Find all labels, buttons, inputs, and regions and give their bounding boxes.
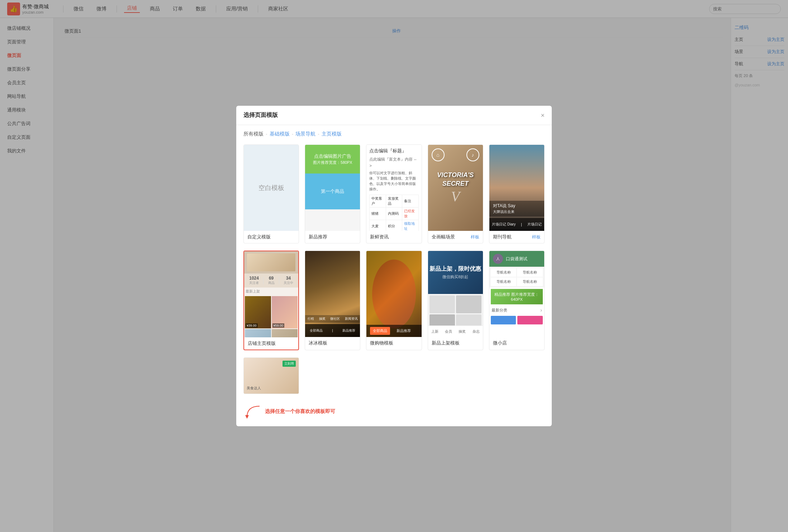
nl-nav-new: 上新 bbox=[431, 329, 438, 334]
ms-person-shape bbox=[372, 260, 416, 328]
newproduct-content: 点击编辑图片广告图片推荐宽度：580PX 第一个商品 bbox=[305, 145, 360, 231]
mshop-nav-grid: 导航名称 导航名称 导航名称 导航名称 bbox=[489, 267, 544, 288]
template-preview-blank: 空白模板 bbox=[244, 145, 299, 231]
ms-tab-all: 全部商品 bbox=[370, 327, 390, 335]
np-product: 第一个商品 bbox=[305, 174, 360, 209]
store-product-1-bg: ¥39.00 bbox=[245, 296, 271, 328]
mshop-cat-blue-1 bbox=[491, 316, 516, 324]
nl-product-1 bbox=[429, 295, 455, 313]
tab-all[interactable]: 所有模版 bbox=[243, 131, 264, 137]
template-card-microshopping[interactable]: 全部商品 新品推荐 微购物模板 bbox=[366, 251, 422, 350]
store-preview-content: 1024 关注者 69 商品 34 bbox=[244, 251, 298, 337]
template-name-microshopping: 微购物模板 bbox=[370, 340, 393, 346]
store-stat-divider2 bbox=[279, 277, 279, 284]
bingbing-preview-content: 行程 抽奖 微社区 新闻资讯 全部商品 | 新品推荐 bbox=[305, 251, 360, 337]
store-product-4-bg bbox=[272, 329, 298, 337]
mshop-category-arrow: › bbox=[540, 307, 542, 313]
mshop-banner-text: 精品推荐 图片推荐宽度：640PX bbox=[494, 292, 539, 301]
template-label-newproduct: 新品推荐 bbox=[305, 231, 360, 243]
mshop-name: 口袋通测试 bbox=[506, 256, 527, 262]
template-card-partial-1[interactable]: 立刻用 美食达人 bbox=[243, 357, 299, 394]
tab-sep-3: - bbox=[318, 131, 319, 137]
template-preview-store-main: 1024 关注者 69 商品 34 bbox=[244, 251, 298, 337]
tab-basic[interactable]: 基础模版 bbox=[270, 131, 290, 137]
template-preview-newlaunch: 新品上架，限时优惠 微信购买8折起 立即购买 bbox=[428, 251, 483, 337]
magazine-sample-badge[interactable]: 样板 bbox=[532, 234, 541, 240]
template-card-victoria[interactable]: ⌂ ♪ VICTORIA'SSECRET V 全画幅场景 样板 bbox=[428, 144, 483, 243]
mag-bottom-bar: 片场日记 Diary | 片场日记 bbox=[489, 218, 544, 231]
news-td-1-1: 猪猪 bbox=[370, 208, 386, 220]
template-card-store-main[interactable]: 1024 关注者 69 商品 34 bbox=[243, 251, 299, 350]
bottom-annotation-text: 选择任意一个你喜欢的模板即可 bbox=[265, 408, 335, 415]
modal-body: 所有模版 - 基础模版 - 场景导航 - 主页模版 空白模板 bbox=[236, 125, 552, 426]
news-th-1: 中奖客户 bbox=[370, 195, 386, 208]
tab-home[interactable]: 主页模版 bbox=[322, 131, 342, 137]
partial-preview-1: 立刻用 美食达人 bbox=[244, 358, 299, 394]
store-stat-products: 69 商品 bbox=[268, 276, 275, 285]
bb-tab-3: 微社区 bbox=[330, 317, 340, 321]
template-grid-row2: 1024 关注者 69 商品 34 bbox=[243, 251, 545, 350]
store-following-label: 关注中 bbox=[284, 281, 293, 285]
bb-nav: 全部商品 | 新品推荐 bbox=[305, 324, 360, 337]
newlaunch-preview-content: 新品上架，限时优惠 微信购买8折起 立即购买 bbox=[428, 251, 483, 337]
bottom-annotation-wrapper: 选择任意一个你喜欢的模板即可 bbox=[243, 400, 422, 421]
vs-brand-wrapper: VICTORIA'SSECRET V bbox=[437, 171, 474, 205]
mag-nav-sep: | bbox=[521, 223, 522, 227]
np-rest bbox=[305, 209, 360, 231]
store-cover-gradient bbox=[247, 253, 295, 271]
template-label-news: 新鲜资讯 bbox=[366, 231, 421, 243]
mshop-header: 人 口袋通测试 bbox=[489, 251, 544, 267]
template-card-bingbing[interactable]: 行程 抽奖 微社区 新闻资讯 全部商品 | 新品推荐 bbox=[305, 251, 360, 350]
template-card-newproduct[interactable]: 点击编辑图片广告图片推荐宽度：580PX 第一个商品 新品推荐 bbox=[305, 144, 360, 243]
template-name-magazine: 期刊导航 bbox=[493, 234, 512, 240]
template-card-news[interactable]: 点击编辑『标题』 点此编辑『富文本』内容 --> 你可以对文字进行加粗、斜体、下… bbox=[366, 144, 422, 243]
template-preview-bingbing: 行程 抽奖 微社区 新闻资讯 全部商品 | 新品推荐 bbox=[305, 251, 360, 337]
news-desc: 你可以对文字进行加粗、斜体、下划线、删除线、文字颜色、以及字号大小等简单排版操作… bbox=[369, 170, 418, 192]
mshop-avatar: 人 bbox=[493, 254, 503, 264]
template-label-microshopping: 微购物模板 bbox=[366, 337, 421, 349]
modal-close-button[interactable]: × bbox=[541, 112, 545, 119]
store-following-count: 34 bbox=[284, 276, 293, 281]
vs-circle-home: ⌂ bbox=[432, 148, 445, 161]
nl-title: 新品上架，限时优惠 bbox=[429, 265, 481, 273]
nl-nav-member: 会员 bbox=[445, 329, 452, 334]
blank-preview-text: 空白模板 bbox=[258, 184, 284, 192]
mag-preview-content: 对TA说 Say大牌说出去来 片场日记 Diary | 片场日记 bbox=[489, 145, 544, 231]
template-card-newlaunch[interactable]: 新品上架，限时优惠 微信购买8折起 立即购买 bbox=[428, 251, 483, 350]
news-table-header: 中奖客户 发放奖品 备注 bbox=[370, 195, 418, 208]
np-banner-text: 点击编辑图片广告图片推荐宽度：580PX bbox=[313, 153, 352, 165]
modal-overlay: 选择页面模版 可以通过切换标签，选择你需要的模板哦 × 所有模版 - 基础模版 … bbox=[0, 0, 788, 532]
nl-subtitle: 微信购买8折起 bbox=[442, 274, 468, 280]
template-preview-magazine: 对TA说 Say大牌说出去来 片场日记 Diary | 片场日记 bbox=[489, 145, 544, 231]
template-name-microshop: 微小店 bbox=[493, 340, 507, 346]
template-preview-newproduct: 点击编辑图片广告图片推荐宽度：580PX 第一个商品 bbox=[305, 145, 360, 231]
bb-nav-sep: | bbox=[332, 329, 333, 332]
store-price-1: ¥39.00 bbox=[246, 323, 258, 328]
template-card-microshop[interactable]: 人 口袋通测试 导航名称 导航名称 导航名称 导航名称 精品推荐 图片推荐宽度：… bbox=[489, 251, 545, 350]
store-product-4 bbox=[272, 329, 298, 337]
store-product-3 bbox=[245, 329, 271, 337]
tab-scene[interactable]: 场景导航 bbox=[295, 131, 315, 137]
vs-preview-content: ⌂ ♪ VICTORIA'SSECRET V bbox=[428, 145, 483, 231]
template-name-newlaunch: 新品上架模板 bbox=[432, 340, 460, 346]
store-price-2: ¥59.00 bbox=[272, 323, 285, 328]
store-stat-following: 34 关注中 bbox=[284, 276, 293, 285]
blank-preview-content: 空白模板 bbox=[244, 145, 299, 231]
partial-1-label: 美食达人 bbox=[247, 386, 261, 391]
template-grid-row1: 空白模板 自定义模版 点击编辑图片广告图片推荐宽度：580PX bbox=[243, 144, 545, 243]
store-product-2: ¥59.00 bbox=[272, 296, 298, 328]
modal-header: 选择页面模版 可以通过切换标签，选择你需要的模板哦 × bbox=[236, 106, 552, 125]
victoria-sample-badge[interactable]: 样板 bbox=[471, 234, 479, 240]
template-card-blank[interactable]: 空白模板 自定义模版 bbox=[243, 144, 299, 243]
news-table-row-2: 大麦 积分 领取地址 bbox=[370, 220, 418, 231]
mshop-nav-btn-2: 导航名称 bbox=[517, 268, 543, 277]
store-new-label: 最新上架 bbox=[244, 288, 298, 295]
store-cover-img bbox=[244, 251, 298, 274]
tab-sep-2: - bbox=[292, 131, 294, 137]
news-th-3: 备注 bbox=[402, 195, 418, 208]
template-name-bingbing: 冰冰模板 bbox=[309, 340, 327, 346]
tab-filters: 所有模版 - 基础模版 - 场景导航 - 主页模版 bbox=[243, 131, 545, 137]
template-preview-microshop: 人 口袋通测试 导航名称 导航名称 导航名称 导航名称 精品推荐 图片推荐宽度：… bbox=[489, 251, 544, 337]
store-followers-count: 1024 bbox=[249, 276, 259, 281]
template-card-magazine[interactable]: 对TA说 Say大牌说出去来 片场日记 Diary | 片场日记 期刊导航 样板 bbox=[489, 144, 545, 243]
